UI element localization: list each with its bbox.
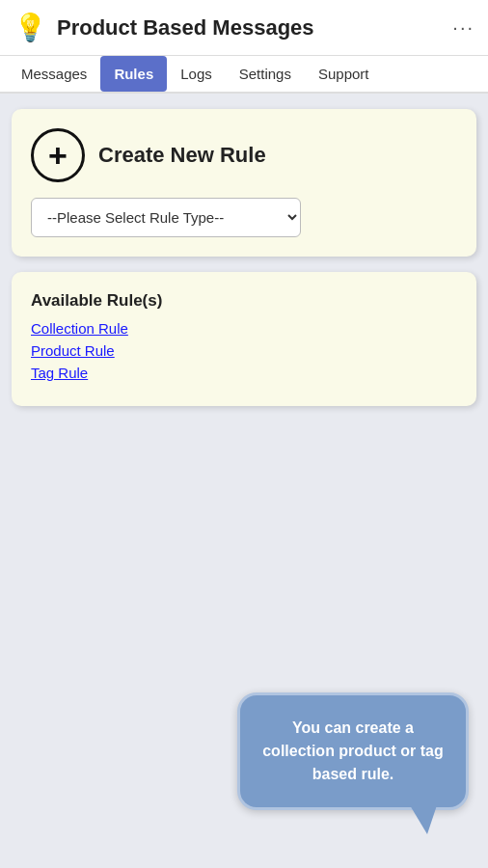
tab-support[interactable]: Support [305,56,383,92]
available-rules-card: Available Rule(s) Collection Rule Produc… [12,272,476,406]
create-rule-card: + Create New Rule --Please Select Rule T… [12,109,476,257]
rule-link-collection[interactable]: Collection Rule [31,320,457,337]
nav-tabs: Messages Rules Logs Settings Support [0,56,488,94]
app-title: Product Based Messages [57,15,314,41]
plus-circle-button[interactable]: + [31,128,85,182]
more-options-icon[interactable]: ··· [452,16,474,39]
speech-bubble-text: You can create a collection product or t… [262,719,444,782]
tab-settings[interactable]: Settings [226,56,305,92]
tab-rules[interactable]: Rules [100,56,167,92]
available-rules-title: Available Rule(s) [31,291,457,311]
app-header: 💡 Product Based Messages ··· [0,0,488,56]
speech-bubble: You can create a collection product or t… [237,692,469,810]
header-left: 💡 Product Based Messages [14,12,314,43]
create-rule-header: + Create New Rule [31,128,457,182]
tab-logs[interactable]: Logs [167,56,226,92]
rule-link-tag[interactable]: Tag Rule [31,365,457,381]
create-rule-title: Create New Rule [98,143,266,168]
app-icon: 💡 [14,12,47,43]
speech-bubble-container: You can create a collection product or t… [237,692,469,810]
rule-type-select[interactable]: --Please Select Rule Type-- Collection R… [31,198,301,237]
tab-messages[interactable]: Messages [8,56,100,92]
main-content: + Create New Rule --Please Select Rule T… [0,94,488,421]
rule-link-product[interactable]: Product Rule [31,342,457,359]
